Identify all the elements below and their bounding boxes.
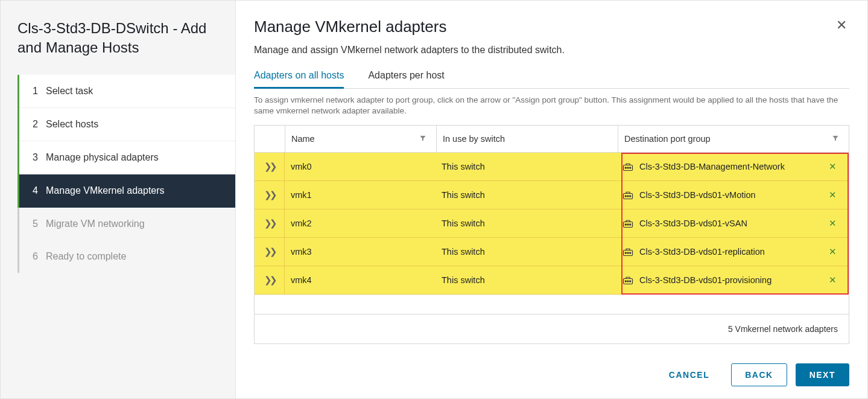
svg-point-17 [625, 281, 626, 282]
col-name-header[interactable]: Name [285, 126, 436, 152]
dest-label: Cls-3-Std3-DB-vds01-vSAN [639, 219, 747, 228]
expand-icon[interactable]: ❯❯ [255, 181, 285, 209]
port-group-icon [622, 276, 633, 284]
step-number: 1 [33, 86, 46, 97]
step-manage-vmkernel-adapters[interactable]: 4 Manage VMkernel adapters [19, 174, 235, 208]
svg-point-5 [625, 196, 626, 197]
step-label: Migrate VM networking [46, 219, 145, 229]
step-migrate-vm-networking: 5 Migrate VM networking [17, 208, 235, 240]
table-footer: 5 Vmkernel network adapters [255, 314, 849, 343]
adapter-dest[interactable]: Cls-3-Std3-DB-vds01-provisioning ✕ [616, 266, 849, 294]
filter-icon[interactable] [832, 134, 839, 144]
filter-icon[interactable] [419, 134, 426, 144]
wizard-title: Cls-3-Std3-DB-DSwitch - Add and Manage H… [1, 19, 235, 75]
svg-point-14 [627, 252, 629, 254]
adapter-switch: This switch [436, 267, 616, 293]
cancel-button[interactable]: CANCEL [656, 363, 723, 386]
adapter-dest[interactable]: Cls-3-Std3-DB-Management-Network ✕ [616, 153, 849, 180]
svg-point-19 [630, 281, 631, 282]
step-ready-to-complete: 6 Ready to complete [17, 240, 235, 273]
step-number: 4 [33, 185, 46, 196]
adapter-dest[interactable]: Cls-3-Std3-DB-vds01-replication ✕ [616, 238, 849, 266]
table-row[interactable]: ❯❯ vmk0 This switch Cls-3-Std3-DB-Manage… [255, 153, 849, 181]
svg-point-10 [627, 224, 629, 225]
page-title: Manage VMkernel adapters [254, 18, 446, 36]
expand-icon[interactable]: ❯❯ [255, 209, 285, 237]
step-manage-physical-adapters[interactable]: 3 Manage physical adapters [19, 141, 235, 174]
step-label: Ready to complete [46, 251, 126, 262]
dest-label: Cls-3-Std3-DB-vds01-replication [639, 247, 765, 257]
adapter-name: vmk3 [285, 238, 436, 265]
adapter-name: vmk2 [285, 210, 436, 237]
svg-point-6 [627, 196, 629, 197]
expand-icon[interactable]: ❯❯ [255, 266, 285, 294]
expand-icon[interactable]: ❯❯ [255, 238, 285, 266]
svg-point-13 [625, 252, 626, 254]
table-row[interactable]: ❯❯ vmk2 This switch Cls-3-Std3-DB-vds01-… [255, 209, 849, 238]
adapter-name: vmk4 [285, 267, 436, 293]
table-row[interactable]: ❯❯ vmk4 This switch Cls-3-Std3-DB-vds01-… [255, 266, 849, 295]
table-header: Name In use by switch Destination port g… [255, 126, 849, 153]
table-spacer [255, 295, 849, 314]
expand-icon[interactable]: ❯❯ [255, 153, 285, 180]
tab-adapters-per-host[interactable]: Adapters per host [368, 70, 444, 88]
adapter-switch: This switch [436, 210, 616, 237]
svg-point-9 [625, 224, 626, 225]
remove-assignment-icon[interactable]: ✕ [829, 190, 837, 200]
next-button[interactable]: NEXT [796, 363, 849, 386]
wizard-main: Manage VMkernel adapters ✕ Manage and as… [236, 1, 867, 398]
svg-point-11 [630, 224, 631, 225]
step-label: Manage VMkernel adapters [46, 185, 165, 196]
table-row[interactable]: ❯❯ vmk3 This switch Cls-3-Std3-DB-vds01-… [255, 238, 849, 266]
adapter-switch: This switch [436, 182, 616, 208]
remove-assignment-icon[interactable]: ✕ [829, 218, 837, 229]
step-number: 3 [33, 152, 46, 163]
adapter-dest[interactable]: Cls-3-Std3-DB-vds01-vSAN ✕ [616, 209, 849, 237]
page-subtitle: Manage and assign VMkernel network adapt… [254, 45, 849, 56]
col-name-label: Name [291, 134, 315, 144]
dest-label: Cls-3-Std3-DB-vds01-vMotion [639, 190, 756, 200]
col-expand [255, 130, 285, 147]
col-dest-header[interactable]: Destination port group [618, 126, 849, 152]
step-label: Select hosts [46, 119, 98, 130]
adapter-switch: This switch [436, 238, 616, 265]
help-text: To assign vmkernel network adapter to po… [254, 95, 849, 117]
port-group-icon [622, 191, 633, 199]
wizard-dialog: Cls-3-Std3-DB-DSwitch - Add and Manage H… [0, 0, 868, 399]
back-button[interactable]: BACK [731, 363, 787, 386]
table-row[interactable]: ❯❯ vmk1 This switch Cls-3-Std3-DB-vds01-… [255, 181, 849, 209]
step-number: 6 [33, 251, 46, 262]
close-icon[interactable]: ✕ [834, 18, 849, 33]
remove-assignment-icon[interactable]: ✕ [829, 161, 837, 172]
svg-point-2 [627, 167, 629, 168]
port-group-icon [622, 162, 633, 171]
adapter-dest[interactable]: Cls-3-Std3-DB-vds01-vMotion ✕ [616, 181, 849, 209]
col-switch-header[interactable]: In use by switch [437, 126, 618, 152]
step-label: Manage physical adapters [46, 152, 159, 163]
dest-label: Cls-3-Std3-DB-vds01-provisioning [639, 275, 771, 285]
step-label: Select task [46, 86, 93, 97]
step-select-task[interactable]: 1 Select task [19, 75, 235, 108]
adapter-switch: This switch [436, 153, 616, 180]
svg-point-3 [630, 167, 631, 168]
tab-adapters-all-hosts[interactable]: Adapters on all hosts [254, 70, 344, 89]
step-select-hosts[interactable]: 2 Select hosts [19, 108, 235, 141]
step-number: 2 [33, 119, 46, 130]
svg-point-7 [630, 196, 631, 197]
remove-assignment-icon[interactable]: ✕ [829, 246, 837, 257]
remove-assignment-icon[interactable]: ✕ [829, 275, 837, 286]
adapter-name: vmk0 [285, 153, 436, 180]
dest-label: Cls-3-Std3-DB-Management-Network [639, 162, 785, 171]
svg-point-1 [625, 167, 626, 168]
adapter-name: vmk1 [285, 182, 436, 208]
wizard-steps: 1 Select task 2 Select hosts 3 Manage ph… [17, 75, 235, 273]
adapters-table: Name In use by switch Destination port g… [254, 125, 849, 344]
wizard-actions: CANCEL BACK NEXT [254, 351, 849, 386]
col-dest-label: Destination port group [624, 134, 711, 144]
wizard-sidebar: Cls-3-Std3-DB-DSwitch - Add and Manage H… [1, 1, 236, 398]
port-group-icon [622, 219, 633, 228]
table-body: ❯❯ vmk0 This switch Cls-3-Std3-DB-Manage… [255, 153, 849, 295]
main-header: Manage VMkernel adapters ✕ [254, 18, 849, 36]
svg-point-18 [627, 281, 629, 282]
svg-point-15 [630, 252, 631, 254]
